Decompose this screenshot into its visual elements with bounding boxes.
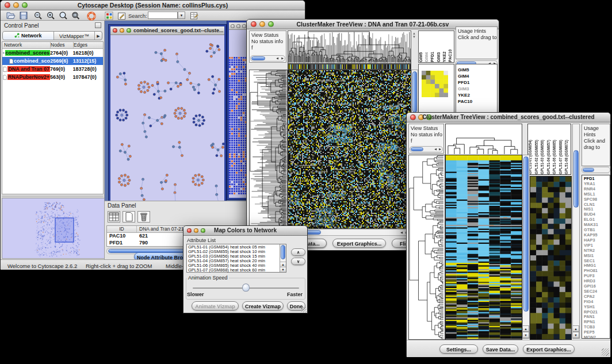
- scroll-thumb[interactable]: [411, 147, 423, 151]
- col-edges[interactable]: Edges: [74, 42, 102, 48]
- view-status-line2: No status info f: [409, 132, 443, 144]
- scroll-thumb[interactable]: [583, 168, 594, 172]
- gene-item[interactable]: GIM4: [456, 73, 497, 79]
- delete-attribute-trash-icon[interactable]: [137, 211, 150, 223]
- minimize-button[interactable]: [236, 24, 240, 28]
- slider-thumb[interactable]: [242, 283, 250, 292]
- treeview2-titlebar[interactable]: ClusterMaker TreeView : combined_scores_…: [407, 113, 610, 122]
- minimize-button[interactable]: [120, 28, 124, 33]
- close-button[interactable]: [231, 24, 235, 28]
- save-data-button[interactable]: Save Data...: [483, 344, 518, 354]
- column-label[interactable]: PFD1: [430, 31, 436, 62]
- row-dendrogram[interactable]: [408, 155, 445, 340]
- move-up-button[interactable]: ∧: [291, 248, 305, 256]
- scroll-up-arrow[interactable]: ▲: [280, 262, 286, 267]
- birdseye-view[interactable]: [2, 198, 105, 259]
- view-status-line2: No status info f: [250, 39, 286, 51]
- attribute-item[interactable]: GPL51-07 (GSM868) heat shock 60 min: [187, 268, 286, 273]
- control-panel: Control Panel Network VizMapper™ ▶ Netwo…: [1, 21, 105, 259]
- scroll-up-arrow[interactable]: ▲: [523, 325, 529, 332]
- column-dendrogram[interactable]: [445, 124, 522, 156]
- table-view-icon[interactable]: [108, 211, 120, 223]
- search-input[interactable]: [148, 12, 178, 19]
- search-dropdown-arrow[interactable]: ▼: [178, 12, 185, 19]
- status-hscrollbar[interactable]: ◀ ▶: [410, 146, 443, 152]
- column-label[interactable]: GPL51-08 (GSM872): [564, 124, 571, 174]
- scroll-thumb[interactable]: [281, 245, 285, 259]
- gene-item[interactable]: YKE2: [456, 92, 497, 98]
- column-label[interactable]: GPL51-03 (GSM856): [540, 124, 546, 174]
- column-label[interactable]: GIM5: [419, 31, 424, 62]
- network-name: RNAPuberNov2+: [7, 74, 50, 80]
- zoom-button[interactable]: [127, 28, 131, 33]
- col-id[interactable]: ID: [107, 226, 137, 232]
- scroll-thumb[interactable]: [251, 56, 265, 60]
- network-view-frame[interactable]: combined_scores_good.txt--cluste...: [109, 25, 226, 206]
- heatmap-vscrollbar[interactable]: ▲ ▼: [522, 155, 530, 339]
- network-row-rnapuber[interactable]: RNAPuberNov2+ 563(0) 107847(0): [2, 73, 103, 81]
- row-dendrogram[interactable]: [249, 70, 288, 229]
- resize-grip[interactable]: [301, 307, 307, 312]
- status-welcome: Welcome to Cytoscape 2.6.2: [7, 263, 77, 269]
- scroll-up-arrow[interactable]: ▲▼: [412, 32, 416, 39]
- col-nodes[interactable]: Nodes: [51, 42, 74, 48]
- list-vscrollbar[interactable]: ▲ ▼: [280, 244, 286, 272]
- column-label[interactable]: GPL51-04 (GSM857): [546, 124, 553, 174]
- gene-item[interactable]: GIM3: [456, 86, 497, 92]
- gene-item[interactable]: MON2: [582, 335, 610, 339]
- resize-grip[interactable]: [602, 348, 609, 356]
- column-dendrogram[interactable]: [288, 30, 411, 64]
- scroll-right-arrow[interactable]: ▶: [281, 56, 284, 60]
- gene-item[interactable]: GIM5: [456, 67, 497, 73]
- new-attribute-icon[interactable]: [123, 211, 135, 223]
- column-label[interactable]: GIM4: [424, 31, 430, 62]
- column-label[interactable]: GPL51-06 (GSM865): [552, 124, 559, 174]
- scroll-thumb[interactable]: [412, 71, 417, 113]
- scroll-down-arrow[interactable]: ▼: [573, 332, 579, 338]
- tab-overflow-arrow[interactable]: ▶: [94, 32, 102, 40]
- hints-hscrollbar[interactable]: [582, 167, 610, 173]
- panel-divider[interactable]: [2, 195, 104, 197]
- export-graphics-button[interactable]: Export Graphics...: [332, 239, 386, 248]
- col-network[interactable]: Network: [2, 42, 51, 48]
- network-row-combined-sco[interactable]: combined_sco 2569(6) 13112(15): [2, 57, 103, 65]
- heatmap-canvas[interactable]: [288, 70, 411, 229]
- zoom-button[interactable]: [242, 24, 246, 28]
- tab-network[interactable]: Network: [3, 32, 54, 40]
- scroll-down-arrow[interactable]: ▼: [523, 332, 529, 338]
- export-graphics-button[interactable]: Export Graphics...: [523, 344, 575, 354]
- scroll-down-arrow[interactable]: ▼: [280, 267, 286, 272]
- column-label[interactable]: GPL51-02 (GSM855): [534, 124, 541, 174]
- scroll-thumb[interactable]: [523, 156, 529, 312]
- scroll-left-arrow[interactable]: ◀: [400, 231, 403, 234]
- scroll-left-arrow[interactable]: ◀: [434, 147, 437, 151]
- gene-item[interactable]: PFD1: [456, 79, 497, 86]
- list-vscrollbar[interactable]: ▲ ▼: [572, 124, 580, 339]
- scroll-up-arrow[interactable]: ▲: [573, 325, 579, 332]
- animate-vizmap-button[interactable]: Animate Vizmap: [192, 301, 239, 311]
- float-panel-icon[interactable]: [95, 22, 101, 28]
- settings-button[interactable]: Settings...: [439, 344, 478, 354]
- column-label[interactable]: GPL51-07 (GSM868): [559, 124, 565, 174]
- column-label[interactable]: YKE2: [442, 31, 448, 62]
- scroll-left-arrow[interactable]: ◀: [276, 56, 278, 60]
- column-label[interactable]: GIM3: [437, 31, 442, 62]
- scroll-thumb[interactable]: [573, 150, 579, 208]
- scroll-right-arrow[interactable]: ▶: [439, 147, 441, 151]
- status-hscrollbar[interactable]: ◀ ▶: [250, 55, 285, 62]
- network-row-combined-scores[interactable]: combined_scores 2764(0) 16218(0): [2, 49, 103, 57]
- dialog-titlebar[interactable]: Map Colors to Network: [183, 226, 307, 236]
- network-row-dna-tran[interactable]: DNA and Tran 07 769(0) 183728(0): [2, 65, 103, 73]
- similarity-mini-heatmap[interactable]: [422, 71, 448, 97]
- main-titlebar[interactable]: Cytoscape Desktop (Session Name: collins…: [1, 1, 305, 10]
- close-button[interactable]: [113, 28, 117, 33]
- heatmap-canvas[interactable]: [445, 155, 522, 340]
- create-vizmap-button[interactable]: Create Vizmap: [242, 301, 284, 311]
- column-label[interactable]: PAC10: [448, 31, 454, 62]
- tab-vizmapper[interactable]: VizMapper™: [54, 32, 94, 40]
- network-edges: 13112(15): [73, 58, 103, 64]
- gene-item[interactable]: PAC10: [456, 98, 497, 105]
- move-down-button[interactable]: ∨: [291, 258, 305, 265]
- zoom-detail-heatmap[interactable]: [530, 176, 572, 340]
- network-graph-canvas[interactable]: [110, 35, 224, 205]
